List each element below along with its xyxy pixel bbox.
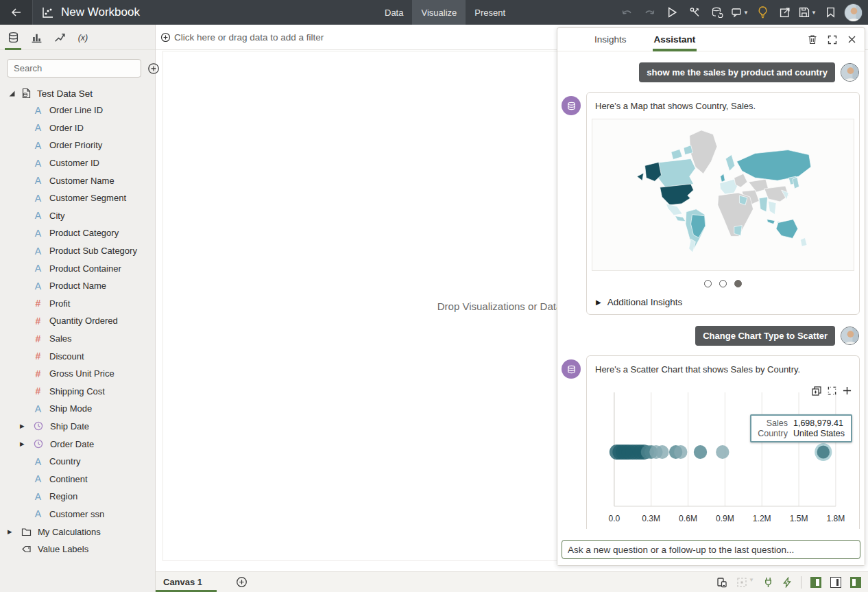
expand-panel-icon[interactable]: [828, 35, 837, 45]
tab-present[interactable]: Present: [466, 0, 514, 25]
text-field-icon: A: [33, 263, 43, 274]
svg-text:0.9M: 0.9M: [716, 514, 734, 523]
sidebar-tab-calculations[interactable]: (x): [71, 25, 95, 50]
carousel-dot-3[interactable]: [734, 280, 742, 287]
add-data-button[interactable]: [147, 62, 160, 75]
field-product-container[interactable]: AProduct Container: [0, 259, 155, 277]
plus-icon[interactable]: [843, 386, 852, 396]
scatter-point[interactable]: [674, 445, 687, 459]
field-label: Product Category: [49, 228, 119, 238]
user-avatar: [841, 63, 859, 82]
carousel-dot-2[interactable]: [719, 280, 727, 287]
measure-field-icon: #: [33, 351, 43, 362]
field-product-sub-category[interactable]: AProduct Sub Category: [0, 242, 155, 260]
canvas-properties-icon[interactable]: [716, 577, 727, 588]
field-label: Country: [49, 456, 81, 466]
field-my-calculations[interactable]: ▶My Calculations: [0, 523, 155, 541]
undo-icon[interactable]: [618, 3, 636, 21]
layout-grid-icon[interactable]: ▼: [736, 577, 754, 588]
user-message: Change Chart Type to Scatter: [562, 326, 859, 346]
field-value-labels[interactable]: Value Labels: [0, 541, 155, 558]
field-sales[interactable]: #Sales: [0, 330, 155, 348]
center-panel-toggle[interactable]: [830, 577, 841, 588]
field-customer-segment[interactable]: ACustomer Segment: [0, 189, 155, 207]
bookmarks-icon[interactable]: [821, 3, 839, 21]
tools-icon[interactable]: [686, 3, 703, 21]
dataset-root[interactable]: Test Data Set: [0, 83, 155, 102]
field-discount[interactable]: #Discount: [0, 347, 155, 365]
field-region[interactable]: ARegion: [0, 488, 155, 506]
field-continent[interactable]: AContinent: [0, 470, 155, 488]
right-panel-toggle[interactable]: [850, 577, 861, 588]
field-customer-ssn[interactable]: ACustomer ssn: [0, 506, 155, 523]
user-avatar[interactable]: [844, 3, 863, 22]
expand-caret-icon[interactable]: ▶: [8, 528, 15, 535]
expand-chart-icon[interactable]: [828, 386, 836, 396]
run-preview-icon[interactable]: [663, 3, 681, 21]
tooltip-sales-label: Sales: [758, 418, 788, 428]
delete-conversation-icon[interactable]: [808, 34, 817, 45]
field-label: Ship Date: [50, 421, 89, 431]
sidebar-tab-visualizations[interactable]: [25, 25, 48, 50]
field-order-line-id[interactable]: AOrder Line ID: [0, 102, 155, 119]
plug-icon[interactable]: [763, 577, 773, 588]
carousel-dot-1[interactable]: [704, 280, 712, 287]
close-panel-icon[interactable]: [847, 35, 856, 44]
sidebar-tab-data[interactable]: [1, 25, 25, 50]
field-country[interactable]: ACountry: [0, 453, 155, 471]
field-order-priority[interactable]: AOrder Priority: [0, 137, 155, 154]
open-in-new-window-icon[interactable]: [776, 3, 794, 21]
map-visualization[interactable]: [592, 119, 854, 271]
redo-icon[interactable]: [640, 3, 658, 21]
search-input[interactable]: [7, 59, 141, 78]
user-bubble: Change Chart Type to Scatter: [695, 326, 835, 346]
add-to-canvas-icon[interactable]: [812, 386, 821, 396]
database-icon: [8, 32, 19, 43]
scatter-point[interactable]: [716, 445, 729, 459]
field-city[interactable]: ACity: [0, 207, 155, 225]
field-ship-date[interactable]: ▶Ship Date: [0, 418, 155, 436]
refresh-data-icon[interactable]: [708, 3, 726, 21]
center-panel-toggle-bar: [836, 579, 839, 586]
chat-area: show me the sales by product and country…: [557, 51, 865, 536]
tab-assistant[interactable]: Assistant: [654, 28, 696, 51]
field-profit[interactable]: #Profit: [0, 295, 155, 313]
save-icon[interactable]: ▼: [799, 3, 817, 21]
scatter-point[interactable]: [655, 445, 668, 459]
field-quantity-ordered[interactable]: #Quantity Ordered: [0, 312, 155, 330]
sidebar-tab-analytics[interactable]: [48, 25, 71, 50]
field-order-id[interactable]: AOrder ID: [0, 119, 155, 137]
field-product-category[interactable]: AProduct Category: [0, 224, 155, 242]
tab-data[interactable]: Data: [376, 0, 412, 25]
sidebar-tabs: (x): [0, 25, 155, 50]
text-field-icon: A: [33, 491, 43, 502]
assistant-card-scatter: Here's a Scatter Chart that shows Sales …: [586, 355, 860, 529]
add-canvas-button[interactable]: [236, 576, 248, 588]
expanded-triangle-icon: [8, 90, 16, 97]
right-panel-toggle-fill: [852, 579, 856, 586]
field-customer-name[interactable]: ACustomer Name: [0, 171, 155, 189]
comments-icon[interactable]: ▼: [731, 3, 749, 21]
left-panel-toggle[interactable]: [810, 577, 821, 588]
scatter-point-united-states[interactable]: [817, 446, 830, 459]
expand-caret-icon[interactable]: ▶: [20, 423, 27, 429]
ask-question-input[interactable]: [562, 540, 860, 559]
additional-insights-toggle[interactable]: ▶ Additional Insights: [592, 291, 854, 309]
back-button[interactable]: [0, 0, 33, 25]
insights-bulb-icon[interactable]: [754, 3, 771, 21]
tab-insights[interactable]: Insights: [594, 28, 627, 51]
field-order-date[interactable]: ▶Order Date: [0, 435, 155, 453]
tab-visualize[interactable]: Visualize: [412, 0, 466, 25]
scatter-point[interactable]: [694, 445, 707, 459]
field-shipping-cost[interactable]: #Shipping Cost: [0, 383, 155, 401]
canvas-tab[interactable]: Canvas 1: [156, 572, 217, 592]
scatter-visualization[interactable]: 0.00.3M0.6M0.9M1.2M1.5M1.8M Sales 1,698,…: [592, 383, 854, 529]
svg-text:0.0: 0.0: [608, 514, 620, 523]
bolt-icon[interactable]: [782, 577, 792, 588]
field-customer-id[interactable]: ACustomer ID: [0, 154, 155, 172]
field-gross-unit-price[interactable]: #Gross Unit Price: [0, 365, 155, 383]
field-ship-mode[interactable]: AShip Mode: [0, 400, 155, 418]
field-product-name[interactable]: AProduct Name: [0, 277, 155, 295]
expand-caret-icon[interactable]: ▶: [20, 440, 27, 447]
tooltip-country-value: United States: [793, 429, 845, 438]
